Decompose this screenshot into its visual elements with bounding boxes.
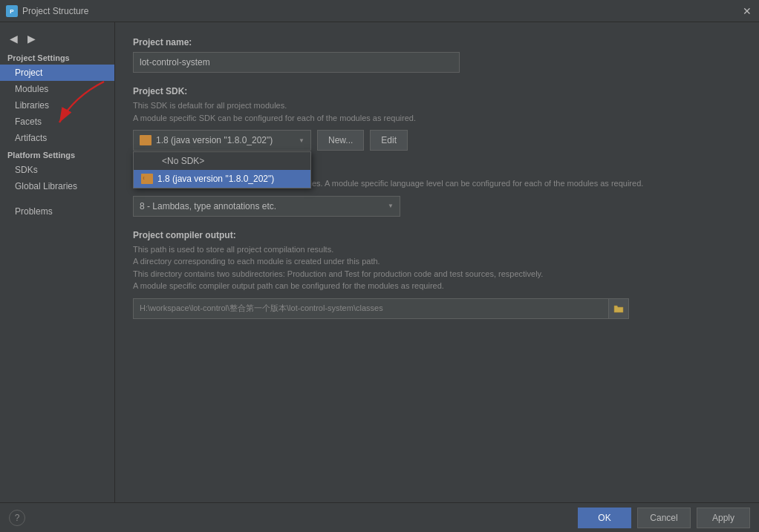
sdk-new-button[interactable]: New...	[317, 130, 364, 151]
forward-button[interactable]: ▶	[24, 31, 39, 46]
svg-rect-3	[143, 137, 149, 142]
folder-icon	[613, 304, 624, 313]
java-cup-icon-2	[141, 174, 153, 184]
sidebar-item-problems[interactable]: Problems	[0, 203, 114, 220]
back-button[interactable]: ◀	[6, 31, 21, 46]
language-dropdown-arrow: ▼	[388, 203, 394, 209]
content-area: Project name: Project SDK: This SDK is d…	[115, 22, 759, 502]
app-icon: P	[6, 5, 18, 17]
close-button[interactable]: ✕	[741, 5, 753, 17]
project-name-input[interactable]	[133, 52, 460, 73]
sidebar: ◀ ▶ Project Settings Project Modules Lib…	[0, 22, 115, 502]
sidebar-item-project[interactable]: Project	[0, 65, 114, 81]
svg-rect-6	[143, 181, 151, 183]
bottom-actions: OK Cancel Apply	[578, 508, 750, 528]
java-cup-icon	[140, 135, 152, 145]
main-layout: ◀ ▶ Project Settings Project Modules Lib…	[0, 22, 759, 502]
title-bar-left: P Project Structure	[6, 5, 88, 17]
compiler-section: Project compiler output: This path is us…	[133, 230, 741, 319]
svg-rect-4	[142, 142, 149, 144]
sdk-dropdown-wrapper: 1.8 (java version "1.8.0_202") ▼ <No SDK…	[133, 130, 311, 151]
sdk-desc1: This SDK is default for all project modu…	[133, 99, 741, 124]
project-settings-header: Project Settings	[0, 49, 114, 65]
sdk-row: 1.8 (java version "1.8.0_202") ▼ <No SDK…	[133, 130, 741, 151]
bottom-bar: ? OK Cancel Apply	[0, 502, 759, 532]
cancel-button[interactable]: Cancel	[637, 508, 691, 528]
sdk-edit-button[interactable]: Edit	[370, 130, 408, 151]
nav-back-row: ◀ ▶	[0, 28, 114, 49]
language-dropdown[interactable]: 8 - Lambdas, type annotations etc. ▼	[133, 196, 400, 217]
sdk-option-nosdk[interactable]: <No SDK>	[134, 152, 310, 170]
compiler-path-browse-button[interactable]	[608, 298, 629, 319]
platform-settings-header: Platform Settings	[0, 146, 114, 162]
svg-text:P: P	[10, 8, 14, 15]
title-text: Project Structure	[22, 6, 88, 16]
sidebar-item-facets[interactable]: Facets	[0, 114, 114, 130]
sdk-selected-text: 1.8 (java version "1.8.0_202")	[156, 135, 273, 145]
sidebar-item-modules[interactable]: Modules	[0, 81, 114, 97]
compiler-desc: This path is used to store all project c…	[133, 243, 741, 292]
sidebar-item-artifacts[interactable]: Artifacts	[0, 130, 114, 146]
sidebar-item-libraries[interactable]: Libraries	[0, 97, 114, 114]
ok-button[interactable]: OK	[578, 508, 631, 528]
project-name-label: Project name:	[133, 37, 741, 47]
compiler-path-input[interactable]	[133, 298, 608, 319]
sidebar-item-global-libraries[interactable]: Global Libraries	[0, 178, 114, 194]
project-sdk-label: Project SDK:	[133, 86, 741, 96]
sdk-dropdown-popup: <No SDK> 1.8 (java version "1.8.0_202")	[133, 151, 311, 188]
svg-rect-5	[144, 175, 150, 181]
sdk-dropdown[interactable]: 1.8 (java version "1.8.0_202") ▼	[133, 130, 311, 151]
compiler-path-row	[133, 298, 741, 319]
help-button[interactable]: ?	[9, 510, 25, 526]
compiler-output-label: Project compiler output:	[133, 230, 741, 240]
apply-button[interactable]: Apply	[697, 508, 750, 528]
sdk-dropdown-arrow: ▼	[299, 137, 304, 144]
title-bar: P Project Structure ✕	[0, 0, 759, 22]
sdk-option-18[interactable]: 1.8 (java version "1.8.0_202")	[134, 170, 310, 188]
sidebar-item-sdks[interactable]: SDKs	[0, 162, 114, 178]
